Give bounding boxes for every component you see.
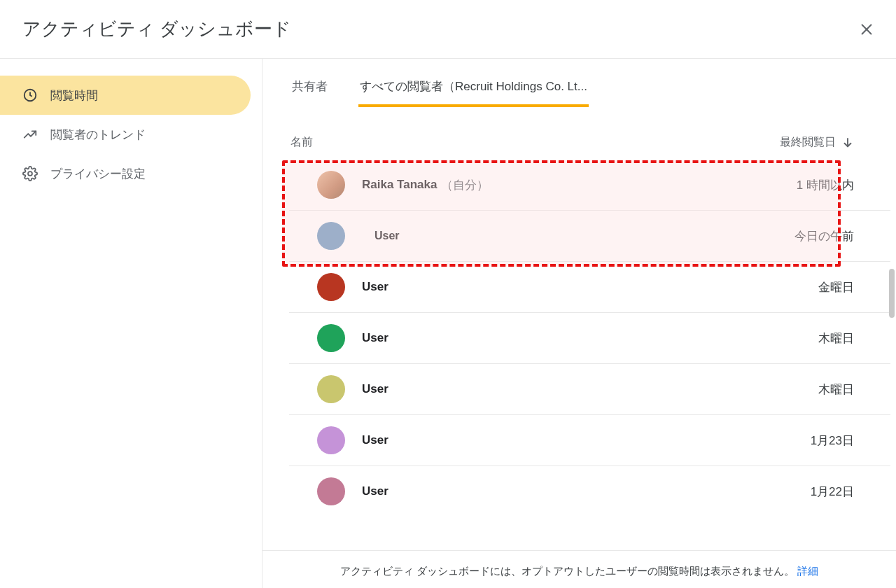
viewer-name: User (362, 382, 818, 396)
sidebar-item-label: 閲覧時間 (50, 88, 98, 104)
dialog-header: アクティビティ ダッシュボード (0, 0, 896, 59)
dialog-title: アクティビティ ダッシュボード (22, 17, 291, 41)
viewers-table: 名前 最終閲覧日 Raika Tanaka（自分）1 時間以内User今日の午前… (262, 107, 896, 550)
user-name-pill: User (362, 224, 463, 248)
last-viewed-time: 金曜日 (818, 279, 854, 295)
table-row[interactable]: Raika Tanaka（自分）1 時間以内 (289, 160, 890, 210)
viewer-name: User (362, 433, 811, 447)
close-button[interactable] (857, 20, 876, 39)
last-viewed-time: 1 時間以内 (797, 177, 854, 193)
viewer-name: User (362, 484, 811, 498)
last-viewed-time: 木曜日 (818, 382, 854, 398)
last-viewed-time: 木曜日 (818, 330, 854, 346)
sidebar-item-privacy[interactable]: プライバシー設定 (0, 154, 251, 193)
svg-point-3 (28, 172, 32, 176)
avatar (317, 222, 345, 250)
clock-icon (22, 88, 38, 103)
viewer-name: User (362, 280, 818, 294)
avatar (317, 171, 345, 199)
last-viewed-time: 今日の午前 (794, 228, 854, 244)
sidebar-item-view-time[interactable]: 閲覧時間 (0, 76, 251, 115)
content-pane: 共有者 すべての閲覧者（Recruit Holdings Co. Lt... 名… (262, 59, 896, 588)
close-icon (859, 22, 874, 37)
tab-shared-with[interactable]: 共有者 (290, 71, 329, 107)
viewer-name: Raika Tanaka（自分） (362, 177, 797, 193)
sidebar-item-label: 閲覧者のトレンド (50, 127, 146, 143)
table-row[interactable]: User今日の午前 (289, 210, 890, 261)
trend-icon (22, 127, 38, 142)
footer-text: アクティビティ ダッシュボードには、オプトアウトしたユーザーの閲覧時間は表示され… (340, 565, 794, 578)
last-viewed-time: 1月23日 (811, 433, 854, 449)
gear-icon (22, 166, 38, 181)
footer-learn-more-link[interactable]: 詳細 (797, 565, 818, 578)
sidebar-item-viewer-trend[interactable]: 閲覧者のトレンド (0, 115, 251, 154)
arrow-down-icon (841, 136, 854, 149)
last-viewed-time: 1月22日 (811, 484, 854, 500)
column-header-name: 名前 (290, 135, 313, 150)
viewer-name: User (362, 224, 794, 248)
table-row[interactable]: User木曜日 (289, 363, 890, 414)
avatar (317, 426, 345, 454)
scrollbar[interactable] (889, 269, 895, 318)
table-row[interactable]: User1月23日 (289, 414, 890, 465)
table-row[interactable]: User木曜日 (289, 312, 890, 363)
table-row[interactable]: User1月22日 (289, 465, 890, 517)
sidebar-item-label: プライバシー設定 (50, 166, 146, 182)
avatar (317, 324, 345, 352)
avatar (317, 375, 345, 403)
sidebar: 閲覧時間 閲覧者のトレンド プライバシー設定 (0, 59, 262, 588)
avatar (317, 477, 345, 505)
footer: アクティビティ ダッシュボードには、オプトアウトしたユーザーの閲覧時間は表示され… (262, 550, 896, 588)
viewer-name: User (362, 331, 818, 345)
table-header: 名前 最終閲覧日 (262, 107, 890, 160)
column-header-last-viewed[interactable]: 最終閲覧日 (780, 135, 854, 150)
table-row[interactable]: User金曜日 (289, 261, 890, 312)
avatar (317, 273, 345, 301)
tabs: 共有者 すべての閲覧者（Recruit Holdings Co. Lt... (262, 59, 896, 107)
tab-all-viewers[interactable]: すべての閲覧者（Recruit Holdings Co. Lt... (358, 71, 589, 107)
